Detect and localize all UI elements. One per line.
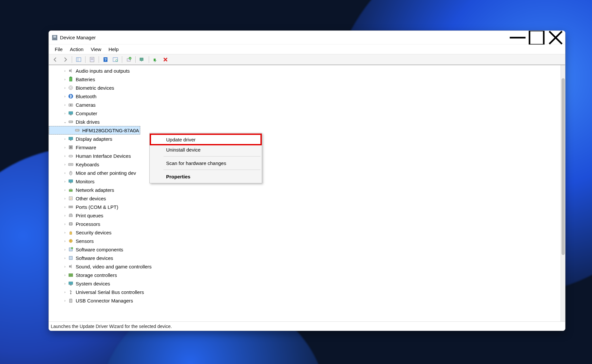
tree-node[interactable]: ›System devices xyxy=(49,279,561,288)
help-button[interactable]: ? xyxy=(101,56,110,64)
tree-node[interactable]: ›Software components xyxy=(49,245,561,254)
chevron-icon[interactable]: › xyxy=(62,103,68,107)
system-icon xyxy=(68,281,74,286)
chevron-icon[interactable]: › xyxy=(62,162,68,166)
chevron-icon[interactable]: › xyxy=(62,239,68,243)
chevron-icon[interactable]: › xyxy=(62,179,68,183)
tree-node-child[interactable]: HFM128GDGTNG-87A0A xyxy=(49,126,140,135)
scan-hardware-button[interactable] xyxy=(111,56,120,64)
tree-node[interactable]: ›Sound, video and game controllers xyxy=(49,262,561,271)
svg-rect-62 xyxy=(69,256,72,260)
chevron-icon[interactable]: › xyxy=(62,290,68,294)
svg-rect-40 xyxy=(69,180,73,182)
tree-node[interactable]: ›Audio inputs and outputs xyxy=(49,66,561,75)
chevron-icon[interactable]: › xyxy=(62,299,68,302)
chevron-icon[interactable]: › xyxy=(62,213,68,217)
chevron-icon[interactable]: › xyxy=(62,273,68,277)
device-tree[interactable]: ›Audio inputs and outputs›Batteries›Biom… xyxy=(49,65,561,321)
chevron-icon[interactable]: › xyxy=(62,282,68,285)
scrollbar[interactable] xyxy=(561,65,565,321)
disable-device-button[interactable] xyxy=(151,56,160,64)
chevron-icon[interactable]: › xyxy=(62,137,68,141)
chevron-icon[interactable]: › xyxy=(62,222,68,226)
tree-node[interactable]: ›Bluetooth xyxy=(49,92,561,100)
chevron-icon[interactable]: › xyxy=(62,247,68,251)
context-menu-item[interactable]: Scan for hardware changes xyxy=(150,158,261,168)
minimize-button[interactable] xyxy=(508,31,527,45)
chevron-icon[interactable]: › xyxy=(62,77,68,81)
nav-forward-button[interactable] xyxy=(61,56,70,64)
chevron-icon[interactable]: › xyxy=(62,188,68,192)
tree-node[interactable]: ›Human Interface Devices xyxy=(49,152,561,160)
tree-node[interactable]: ›Software devices xyxy=(49,254,561,262)
port-icon xyxy=(68,204,74,209)
chevron-icon[interactable]: ⌄ xyxy=(62,120,68,124)
chevron-icon[interactable]: › xyxy=(62,86,68,90)
svg-rect-50 xyxy=(69,215,72,217)
menu-help[interactable]: Help xyxy=(105,46,122,53)
tree-node[interactable]: ⌄Disk drives xyxy=(49,118,561,126)
tree-node[interactable]: ›Network adapters xyxy=(49,186,561,194)
tree-node[interactable]: ›Mice and other pointing dev xyxy=(49,169,561,177)
show-hide-tree-button[interactable] xyxy=(74,56,83,64)
context-menu-item[interactable]: Properties xyxy=(150,171,261,182)
svg-rect-57 xyxy=(70,232,72,234)
svg-point-20 xyxy=(69,86,73,90)
tree-node[interactable]: ›Monitors xyxy=(49,177,561,186)
battery-icon xyxy=(68,77,74,82)
biometric-icon xyxy=(68,85,74,90)
tree-node[interactable]: ›Processors xyxy=(49,220,561,228)
svg-rect-34 xyxy=(70,146,72,148)
nav-back-button[interactable] xyxy=(51,56,60,64)
uninstall-device-button[interactable] xyxy=(161,56,170,64)
softcomp-icon xyxy=(68,247,74,252)
tree-node[interactable]: ›Display adapters xyxy=(49,135,561,143)
mouse-icon xyxy=(68,170,74,175)
close-button[interactable] xyxy=(546,31,565,45)
tree-node[interactable]: ›USB Connector Managers xyxy=(49,296,561,305)
chevron-icon[interactable]: › xyxy=(62,171,68,175)
menu-view[interactable]: View xyxy=(87,46,105,53)
tree-node[interactable]: ›Storage controllers xyxy=(49,271,561,279)
tree-node[interactable]: ›Biometric devices xyxy=(49,83,561,92)
tree-node[interactable]: ›Ports (COM & LPT) xyxy=(49,203,561,211)
tree-node[interactable]: ›?Other devices xyxy=(49,194,561,203)
tree-node[interactable]: ›Security devices xyxy=(49,228,561,237)
tree-node-label: Sensors xyxy=(76,238,94,244)
menu-action[interactable]: Action xyxy=(67,46,87,53)
chevron-icon[interactable]: › xyxy=(62,256,68,260)
update-driver-button[interactable] xyxy=(124,56,133,64)
tree-node-label: Audio inputs and outputs xyxy=(76,68,130,74)
tree-node[interactable]: ›Firmware xyxy=(49,143,561,152)
tree-node[interactable]: ›Cameras xyxy=(49,100,561,109)
chevron-icon[interactable]: › xyxy=(62,145,68,149)
chevron-icon[interactable]: › xyxy=(62,264,68,268)
tree-node[interactable]: ›Computer xyxy=(49,109,561,118)
maximize-button[interactable] xyxy=(527,31,546,45)
context-menu-item[interactable]: Update driver xyxy=(150,134,262,145)
status-text: Launches the Update Driver Wizard for th… xyxy=(51,324,172,329)
enable-device-button[interactable] xyxy=(138,56,147,64)
chevron-icon[interactable]: › xyxy=(62,94,68,98)
tree-node[interactable]: ›Universal Serial Bus controllers xyxy=(49,288,561,296)
chevron-icon[interactable]: › xyxy=(62,154,68,158)
menu-file[interactable]: File xyxy=(51,46,66,53)
svg-point-12 xyxy=(116,60,118,62)
chevron-icon[interactable]: › xyxy=(62,230,68,234)
chevron-icon[interactable]: › xyxy=(62,205,68,209)
svg-rect-17 xyxy=(69,70,70,72)
tree-node[interactable]: ›Print queues xyxy=(49,211,561,220)
svg-rect-51 xyxy=(70,214,72,215)
context-menu-item[interactable]: Uninstall device xyxy=(150,144,261,155)
chevron-icon[interactable]: › xyxy=(62,111,68,115)
tree-node[interactable]: ›Batteries xyxy=(49,75,561,83)
titlebar[interactable]: Device Manager xyxy=(49,31,565,45)
chevron-icon[interactable]: › xyxy=(62,196,68,200)
chevron-icon[interactable]: › xyxy=(62,69,68,73)
properties-button[interactable] xyxy=(87,56,97,64)
toolbar: ? xyxy=(49,54,565,65)
tree-node-label: Network adapters xyxy=(76,187,114,193)
tree-node[interactable]: ›Keyboards xyxy=(49,160,561,169)
tree-node-label: Display adapters xyxy=(76,136,112,142)
tree-node[interactable]: ›Sensors xyxy=(49,237,561,245)
